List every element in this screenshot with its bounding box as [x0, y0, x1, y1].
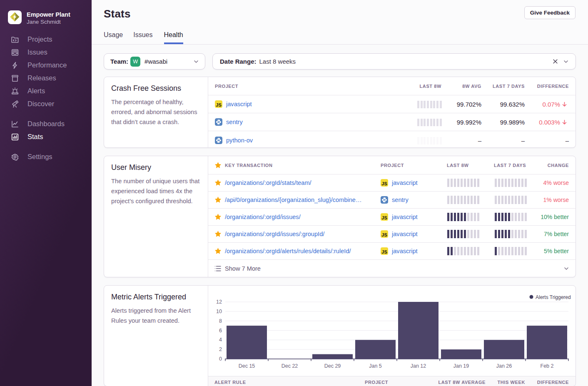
svg-text:4: 4 [219, 337, 222, 343]
svg-text:8: 8 [219, 318, 222, 324]
svg-text:Jan 19: Jan 19 [453, 363, 469, 369]
svg-text:Feb 2: Feb 2 [541, 363, 554, 369]
svg-text:12: 12 [216, 299, 222, 305]
svg-text:10: 10 [216, 309, 222, 314]
svg-text:Jan 5: Jan 5 [369, 363, 382, 369]
svg-text:Jan 12: Jan 12 [411, 363, 426, 369]
svg-text:Jan 26: Jan 26 [496, 363, 512, 369]
svg-text:Alerts Triggered: Alerts Triggered [536, 294, 571, 300]
svg-text:Dec 22: Dec 22 [282, 363, 298, 369]
svg-text:6: 6 [219, 328, 222, 334]
svg-text:0: 0 [219, 356, 222, 362]
svg-text:Dec 15: Dec 15 [239, 363, 255, 369]
svg-text:2: 2 [219, 346, 222, 352]
svg-text:Dec 29: Dec 29 [324, 363, 341, 369]
